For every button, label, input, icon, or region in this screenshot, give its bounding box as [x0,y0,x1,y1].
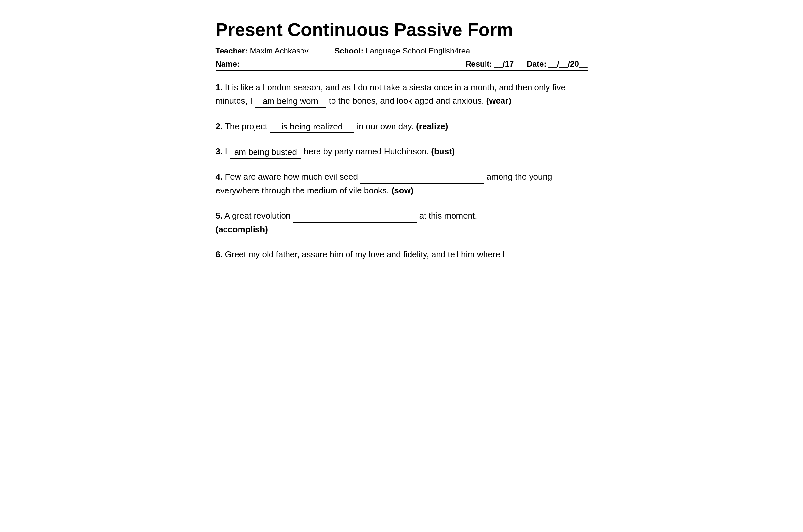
q6-number: 6. [216,249,223,259]
name-result-row: Name: Result: __/17 Date: __/__/20__ [216,59,587,71]
teacher-info: Teacher: Maxim Achkasov [216,46,309,55]
q1-answer[interactable]: am being worn [255,95,326,108]
name-underline[interactable] [243,62,373,69]
meta-row: Teacher: Maxim Achkasov School: Language… [216,46,587,55]
q5-answer[interactable] [293,210,417,223]
q3-answer[interactable]: am being busted [230,146,301,158]
q5-number: 5. [216,211,223,221]
q4-answer[interactable] [360,171,484,184]
date-value: __/__/20__ [548,59,587,69]
q2-answer[interactable]: is being realized [269,121,354,133]
question-5: 5. A great revolution at this moment. (a… [216,209,587,236]
question-2: 2. The project is being realized in our … [216,120,587,133]
q2-verb: (realize) [416,121,448,131]
question-1: 1. It is like a London season, and as I … [216,81,587,108]
school-info: School: Language School English4real [335,46,472,55]
q6-before: Greet my old father, assure him of my lo… [225,249,505,259]
result-date-area: Result: __/17 Date: __/__/20__ [466,59,587,69]
date-area: Date: __/__/20__ [527,59,587,69]
q3-verb: (bust) [431,147,454,156]
school-label: School: [335,46,363,55]
q2-number: 2. [216,121,223,131]
q1-after: to the bones, and look aged and anxious. [329,96,486,106]
q2-before: The project [225,121,269,131]
q2-after: in our own day. [357,121,416,131]
q1-verb: (wear) [486,96,511,106]
result-value: __/17 [494,59,513,69]
q4-before: Few are aware how much evil seed [225,172,360,182]
question-4: 4. Few are aware how much evil seed amon… [216,170,587,197]
q5-before: A great revolution [224,211,293,221]
question-3: 3. I am being busted here by party named… [216,145,587,158]
name-field: Name: [216,59,466,69]
q5-verb: (accomplish) [216,224,268,234]
name-label: Name: [216,59,240,69]
q4-number: 4. [216,172,223,182]
questions-container: 1. It is like a London season, and as I … [216,81,587,262]
q3-before: I [225,147,229,156]
teacher-label: Teacher: [216,46,248,55]
page-title: Present Continuous Passive Form [216,20,587,40]
q1-number: 1. [216,82,223,92]
result-label: Result: [466,59,492,69]
q4-verb: (sow) [392,186,414,195]
result-area: Result: __/17 [466,59,513,69]
q3-number: 3. [216,147,223,156]
date-label: Date: [527,59,546,69]
question-6: 6. Greet my old father, assure him of my… [216,248,587,262]
q3-after: here by party named Hutchinson. [304,147,431,156]
q5-after: at this moment. [419,211,478,221]
